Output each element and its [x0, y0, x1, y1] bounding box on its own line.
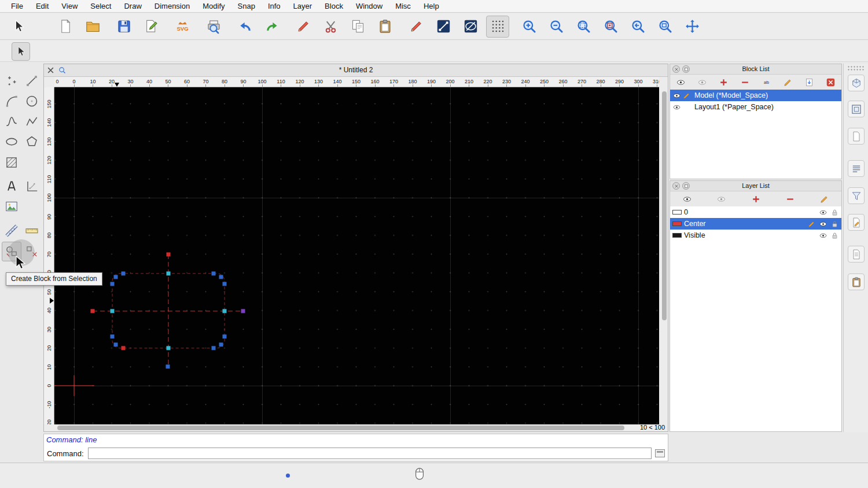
menu-window[interactable]: Window [350, 2, 389, 10]
layer-row-visible[interactable]: Visible [670, 230, 841, 241]
open-document-button[interactable] [81, 16, 104, 38]
menu-edit[interactable]: Edit [30, 2, 55, 10]
edit-pen-button[interactable] [292, 16, 315, 38]
block-list-close-button[interactable] [672, 65, 680, 73]
attributes-pen-button[interactable] [404, 16, 428, 38]
layer-edit-button[interactable] [807, 192, 841, 206]
save-as-button[interactable] [139, 16, 163, 38]
copy-button[interactable] [346, 16, 369, 38]
zoom-previous-button[interactable] [626, 16, 649, 38]
select-tool-button[interactable] [12, 42, 30, 61]
dock-layer-list-button[interactable] [848, 160, 865, 177]
document-zoom-icon[interactable] [58, 66, 67, 75]
menu-layer[interactable]: Layer [287, 2, 319, 10]
zoom-auto-button[interactable] [572, 16, 595, 38]
block-visibility-toggle[interactable] [672, 91, 682, 100]
block-visibility-toggle[interactable] [672, 103, 682, 112]
zoom-window-button[interactable] [653, 16, 676, 38]
dock-properties-button[interactable] [848, 246, 865, 263]
select-button[interactable] [7, 16, 30, 38]
menu-info[interactable]: Info [262, 2, 287, 10]
menu-dimension[interactable]: Dimension [148, 2, 196, 10]
menu-modify[interactable]: Modify [196, 2, 231, 10]
draw-polygon-button[interactable] [22, 132, 42, 151]
ellipse-settings-button[interactable] [459, 16, 482, 38]
insert-image-button[interactable] [2, 197, 21, 216]
menu-block[interactable]: Block [318, 2, 350, 10]
dock-pen-settings-button[interactable] [848, 214, 865, 231]
block-list-detach-button[interactable] [682, 65, 690, 73]
block-row[interactable]: Layout1 (*Paper_Space) [670, 101, 841, 113]
dock-drag-handle[interactable] [847, 65, 865, 71]
menu-snap[interactable]: Snap [231, 2, 262, 10]
undo-button[interactable] [233, 16, 256, 38]
pan-button[interactable] [681, 16, 704, 38]
layer-list-detach-button[interactable] [682, 182, 690, 190]
block-add-button[interactable] [713, 75, 734, 89]
draw-polyline-button[interactable] [22, 112, 42, 131]
draw-point-button[interactable] [2, 71, 21, 91]
dock-clipboard-button[interactable] [848, 273, 865, 290]
layer-row-icons[interactable] [807, 220, 839, 228]
block-hide-all-button[interactable] [692, 75, 713, 89]
layer-row-0[interactable]: 0 [670, 206, 841, 218]
drawing-canvas[interactable] [54, 87, 659, 424]
draw-text-button[interactable] [2, 176, 21, 196]
measure-ruler-button[interactable] [22, 221, 42, 241]
print-preview-button[interactable] [202, 16, 225, 38]
document-close-button[interactable] [46, 66, 55, 75]
zoom-in-button[interactable] [517, 16, 540, 38]
horizontal-scrollbar-thumb[interactable] [57, 426, 624, 430]
dock-layer-filter-button[interactable] [848, 187, 865, 204]
zoom-selected-button[interactable] [599, 16, 622, 38]
command-detach-button[interactable] [655, 449, 665, 457]
redo-button[interactable] [260, 16, 284, 38]
paste-button[interactable] [373, 16, 396, 38]
horizontal-scrollbar[interactable] [54, 424, 628, 431]
draw-arc-button[interactable] [2, 91, 21, 111]
line-settings-button[interactable] [432, 16, 455, 38]
block-row[interactable]: Model (*Model_Space) [670, 90, 841, 101]
menu-misc[interactable]: Misc [389, 2, 417, 10]
layer-list-close-button[interactable] [672, 182, 680, 190]
block-remove-button[interactable] [734, 75, 756, 89]
draw-spline-button[interactable] [2, 112, 21, 131]
cut-button[interactable] [319, 16, 342, 38]
menu-draw[interactable]: Draw [117, 2, 148, 10]
save-button[interactable] [112, 16, 135, 38]
zoom-out-button[interactable] [545, 16, 568, 38]
menu-view[interactable]: View [55, 2, 84, 10]
drawing-entities [54, 87, 659, 424]
zoomout-icon [549, 19, 564, 34]
draw-hatch-button[interactable] [2, 153, 21, 172]
menu-select[interactable]: Select [84, 2, 117, 10]
layer-row-center[interactable]: Center [670, 218, 841, 230]
block-close-button[interactable] [820, 75, 841, 89]
export-svg-button[interactable]: SVG [171, 16, 194, 38]
draw-ellipse-button[interactable] [2, 132, 21, 151]
layer-remove-button[interactable] [773, 192, 807, 206]
dock-block-list-button[interactable] [848, 75, 865, 91]
menu-file[interactable]: File [5, 2, 30, 10]
menu-help[interactable]: Help [417, 2, 446, 10]
block-edit-button[interactable] [777, 75, 799, 89]
grid-snap-button[interactable] [486, 16, 509, 38]
dock-library-browser-button[interactable] [848, 101, 865, 117]
command-input[interactable] [88, 448, 652, 459]
dock-command-widget-button[interactable] [848, 128, 865, 145]
vertical-scrollbar[interactable] [661, 87, 668, 424]
draw-dimension-button[interactable] [22, 176, 42, 196]
layer-row-icons[interactable] [819, 208, 839, 217]
block-rename-button[interactable]: alb [756, 75, 777, 89]
draw-circle-button[interactable] [22, 91, 42, 111]
vertical-scrollbar-thumb[interactable] [662, 91, 667, 320]
layer-add-button[interactable] [738, 192, 773, 206]
layer-show-all-button[interactable] [670, 192, 704, 206]
new-document-button[interactable] [54, 16, 77, 38]
draw-line-button[interactable] [22, 71, 42, 91]
measure-distance-button[interactable] [2, 221, 21, 241]
layer-hide-all-button[interactable] [704, 192, 738, 206]
layer-row-icons[interactable] [819, 231, 839, 240]
block-insert-button[interactable] [799, 75, 820, 89]
block-show-all-button[interactable] [670, 75, 692, 89]
